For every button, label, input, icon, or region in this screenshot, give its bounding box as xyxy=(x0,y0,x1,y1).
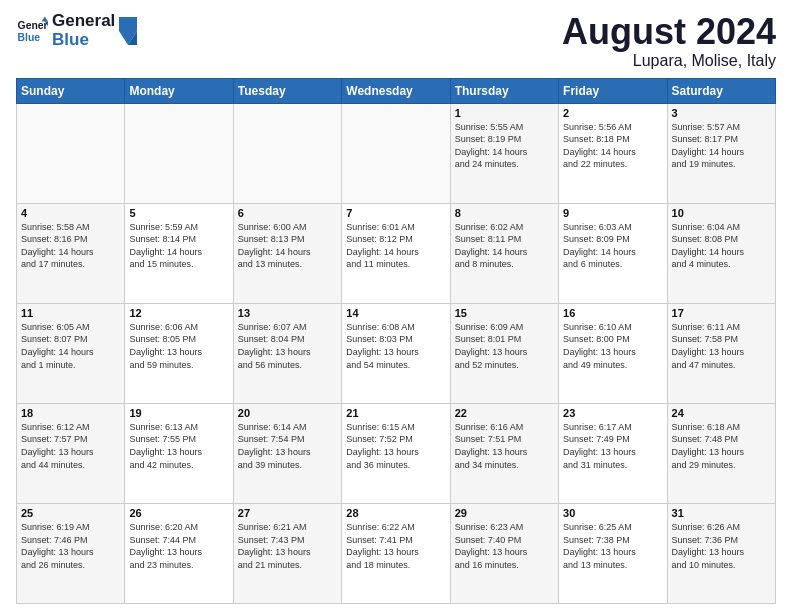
calendar-cell: 19Sunrise: 6:13 AM Sunset: 7:55 PM Dayli… xyxy=(125,403,233,503)
day-info: Sunrise: 6:03 AM Sunset: 8:09 PM Dayligh… xyxy=(563,221,662,271)
day-info: Sunrise: 6:12 AM Sunset: 7:57 PM Dayligh… xyxy=(21,421,120,471)
calendar-cell: 4Sunrise: 5:58 AM Sunset: 8:16 PM Daylig… xyxy=(17,203,125,303)
svg-text:Blue: Blue xyxy=(18,31,41,42)
day-number: 27 xyxy=(238,507,337,519)
calendar-cell xyxy=(342,103,450,203)
calendar-cell: 25Sunrise: 6:19 AM Sunset: 7:46 PM Dayli… xyxy=(17,503,125,603)
day-info: Sunrise: 5:58 AM Sunset: 8:16 PM Dayligh… xyxy=(21,221,120,271)
calendar-cell: 7Sunrise: 6:01 AM Sunset: 8:12 PM Daylig… xyxy=(342,203,450,303)
day-number: 26 xyxy=(129,507,228,519)
day-info: Sunrise: 6:13 AM Sunset: 7:55 PM Dayligh… xyxy=(129,421,228,471)
day-header-tuesday: Tuesday xyxy=(233,78,341,103)
title-block: August 2024 Lupara, Molise, Italy xyxy=(562,12,776,70)
day-info: Sunrise: 5:55 AM Sunset: 8:19 PM Dayligh… xyxy=(455,121,554,171)
main-title: August 2024 xyxy=(562,12,776,52)
day-number: 24 xyxy=(672,407,771,419)
day-info: Sunrise: 6:14 AM Sunset: 7:54 PM Dayligh… xyxy=(238,421,337,471)
day-number: 9 xyxy=(563,207,662,219)
calendar-week-5: 25Sunrise: 6:19 AM Sunset: 7:46 PM Dayli… xyxy=(17,503,776,603)
day-number: 23 xyxy=(563,407,662,419)
calendar-cell: 13Sunrise: 6:07 AM Sunset: 8:04 PM Dayli… xyxy=(233,303,341,403)
calendar-cell: 31Sunrise: 6:26 AM Sunset: 7:36 PM Dayli… xyxy=(667,503,775,603)
calendar-cell: 22Sunrise: 6:16 AM Sunset: 7:51 PM Dayli… xyxy=(450,403,558,503)
calendar-cell: 5Sunrise: 5:59 AM Sunset: 8:14 PM Daylig… xyxy=(125,203,233,303)
day-number: 28 xyxy=(346,507,445,519)
day-info: Sunrise: 6:11 AM Sunset: 7:58 PM Dayligh… xyxy=(672,321,771,371)
calendar-cell: 23Sunrise: 6:17 AM Sunset: 7:49 PM Dayli… xyxy=(559,403,667,503)
day-number: 7 xyxy=(346,207,445,219)
day-header-wednesday: Wednesday xyxy=(342,78,450,103)
calendar-cell: 18Sunrise: 6:12 AM Sunset: 7:57 PM Dayli… xyxy=(17,403,125,503)
day-number: 1 xyxy=(455,107,554,119)
day-number: 5 xyxy=(129,207,228,219)
calendar-body: 1Sunrise: 5:55 AM Sunset: 8:19 PM Daylig… xyxy=(17,103,776,603)
calendar-week-2: 4Sunrise: 5:58 AM Sunset: 8:16 PM Daylig… xyxy=(17,203,776,303)
day-info: Sunrise: 6:16 AM Sunset: 7:51 PM Dayligh… xyxy=(455,421,554,471)
calendar-cell xyxy=(233,103,341,203)
calendar-cell: 14Sunrise: 6:08 AM Sunset: 8:03 PM Dayli… xyxy=(342,303,450,403)
day-info: Sunrise: 6:00 AM Sunset: 8:13 PM Dayligh… xyxy=(238,221,337,271)
day-info: Sunrise: 6:06 AM Sunset: 8:05 PM Dayligh… xyxy=(129,321,228,371)
day-number: 11 xyxy=(21,307,120,319)
header: General Blue General Blue August 2024 Lu… xyxy=(16,12,776,70)
day-info: Sunrise: 5:56 AM Sunset: 8:18 PM Dayligh… xyxy=(563,121,662,171)
calendar-header: SundayMondayTuesdayWednesdayThursdayFrid… xyxy=(17,78,776,103)
day-number: 19 xyxy=(129,407,228,419)
calendar-cell: 20Sunrise: 6:14 AM Sunset: 7:54 PM Dayli… xyxy=(233,403,341,503)
day-number: 18 xyxy=(21,407,120,419)
day-number: 21 xyxy=(346,407,445,419)
day-info: Sunrise: 6:18 AM Sunset: 7:48 PM Dayligh… xyxy=(672,421,771,471)
day-number: 6 xyxy=(238,207,337,219)
day-info: Sunrise: 6:22 AM Sunset: 7:41 PM Dayligh… xyxy=(346,521,445,571)
day-number: 17 xyxy=(672,307,771,319)
calendar-cell: 24Sunrise: 6:18 AM Sunset: 7:48 PM Dayli… xyxy=(667,403,775,503)
day-info: Sunrise: 5:57 AM Sunset: 8:17 PM Dayligh… xyxy=(672,121,771,171)
day-number: 12 xyxy=(129,307,228,319)
logo-line2: Blue xyxy=(52,31,115,50)
day-number: 15 xyxy=(455,307,554,319)
day-header-sunday: Sunday xyxy=(17,78,125,103)
calendar-week-1: 1Sunrise: 5:55 AM Sunset: 8:19 PM Daylig… xyxy=(17,103,776,203)
day-info: Sunrise: 6:10 AM Sunset: 8:00 PM Dayligh… xyxy=(563,321,662,371)
calendar-cell: 17Sunrise: 6:11 AM Sunset: 7:58 PM Dayli… xyxy=(667,303,775,403)
calendar-cell: 28Sunrise: 6:22 AM Sunset: 7:41 PM Dayli… xyxy=(342,503,450,603)
logo-arrow-icon xyxy=(119,17,137,45)
day-info: Sunrise: 6:05 AM Sunset: 8:07 PM Dayligh… xyxy=(21,321,120,371)
day-info: Sunrise: 6:02 AM Sunset: 8:11 PM Dayligh… xyxy=(455,221,554,271)
svg-marker-2 xyxy=(42,16,48,21)
calendar-cell: 27Sunrise: 6:21 AM Sunset: 7:43 PM Dayli… xyxy=(233,503,341,603)
calendar-cell: 3Sunrise: 5:57 AM Sunset: 8:17 PM Daylig… xyxy=(667,103,775,203)
day-number: 30 xyxy=(563,507,662,519)
subtitle: Lupara, Molise, Italy xyxy=(562,52,776,70)
day-info: Sunrise: 6:09 AM Sunset: 8:01 PM Dayligh… xyxy=(455,321,554,371)
day-header-saturday: Saturday xyxy=(667,78,775,103)
day-info: Sunrise: 5:59 AM Sunset: 8:14 PM Dayligh… xyxy=(129,221,228,271)
day-number: 16 xyxy=(563,307,662,319)
calendar-cell: 6Sunrise: 6:00 AM Sunset: 8:13 PM Daylig… xyxy=(233,203,341,303)
day-info: Sunrise: 6:01 AM Sunset: 8:12 PM Dayligh… xyxy=(346,221,445,271)
calendar-week-3: 11Sunrise: 6:05 AM Sunset: 8:07 PM Dayli… xyxy=(17,303,776,403)
calendar-cell: 8Sunrise: 6:02 AM Sunset: 8:11 PM Daylig… xyxy=(450,203,558,303)
calendar-cell: 26Sunrise: 6:20 AM Sunset: 7:44 PM Dayli… xyxy=(125,503,233,603)
day-info: Sunrise: 6:07 AM Sunset: 8:04 PM Dayligh… xyxy=(238,321,337,371)
day-number: 2 xyxy=(563,107,662,119)
day-number: 3 xyxy=(672,107,771,119)
calendar-cell: 16Sunrise: 6:10 AM Sunset: 8:00 PM Dayli… xyxy=(559,303,667,403)
day-header-thursday: Thursday xyxy=(450,78,558,103)
day-number: 14 xyxy=(346,307,445,319)
calendar-cell: 30Sunrise: 6:25 AM Sunset: 7:38 PM Dayli… xyxy=(559,503,667,603)
day-number: 20 xyxy=(238,407,337,419)
calendar-cell: 10Sunrise: 6:04 AM Sunset: 8:08 PM Dayli… xyxy=(667,203,775,303)
calendar-week-4: 18Sunrise: 6:12 AM Sunset: 7:57 PM Dayli… xyxy=(17,403,776,503)
day-info: Sunrise: 6:26 AM Sunset: 7:36 PM Dayligh… xyxy=(672,521,771,571)
calendar-cell: 29Sunrise: 6:23 AM Sunset: 7:40 PM Dayli… xyxy=(450,503,558,603)
svg-text:General: General xyxy=(18,20,48,31)
day-number: 13 xyxy=(238,307,337,319)
day-number: 29 xyxy=(455,507,554,519)
calendar-table: SundayMondayTuesdayWednesdayThursdayFrid… xyxy=(16,78,776,604)
days-header-row: SundayMondayTuesdayWednesdayThursdayFrid… xyxy=(17,78,776,103)
calendar-cell: 21Sunrise: 6:15 AM Sunset: 7:52 PM Dayli… xyxy=(342,403,450,503)
page: General Blue General Blue August 2024 Lu… xyxy=(0,0,792,612)
day-info: Sunrise: 6:08 AM Sunset: 8:03 PM Dayligh… xyxy=(346,321,445,371)
calendar-cell: 9Sunrise: 6:03 AM Sunset: 8:09 PM Daylig… xyxy=(559,203,667,303)
